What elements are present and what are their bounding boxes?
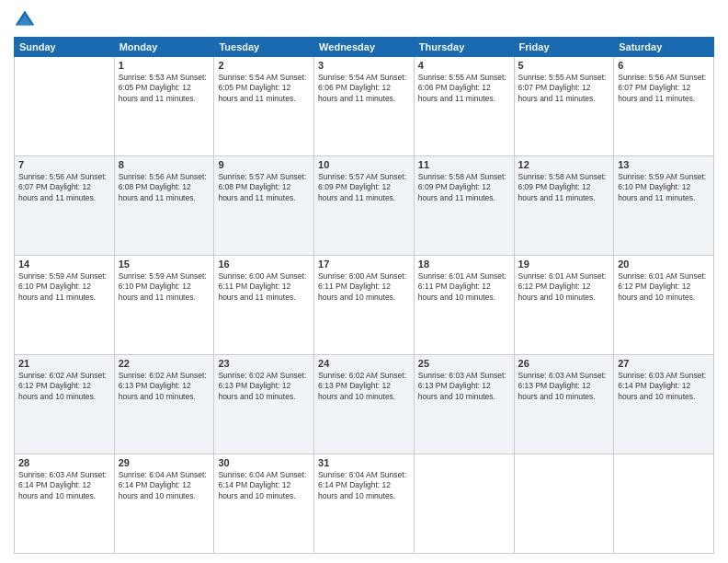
weekday-header-saturday: Saturday <box>614 38 714 57</box>
calendar-cell: 23Sunrise: 6:02 AM Sunset: 6:13 PM Dayli… <box>214 355 314 454</box>
calendar-cell: 22Sunrise: 6:02 AM Sunset: 6:13 PM Dayli… <box>114 355 214 454</box>
day-number: 3 <box>318 60 410 71</box>
calendar-cell: 4Sunrise: 5:55 AM Sunset: 6:06 PM Daylig… <box>414 57 514 156</box>
calendar-cell <box>414 454 514 554</box>
calendar-week-1: 1Sunrise: 5:53 AM Sunset: 6:05 PM Daylig… <box>15 57 714 156</box>
day-info: Sunrise: 6:02 AM Sunset: 6:12 PM Dayligh… <box>18 371 110 402</box>
calendar-cell: 5Sunrise: 5:55 AM Sunset: 6:07 PM Daylig… <box>514 57 614 156</box>
calendar-cell: 13Sunrise: 5:59 AM Sunset: 6:10 PM Dayli… <box>614 156 714 256</box>
day-number: 22 <box>119 358 210 369</box>
weekday-header-wednesday: Wednesday <box>314 38 415 57</box>
calendar-cell: 29Sunrise: 6:04 AM Sunset: 6:14 PM Dayli… <box>114 454 214 554</box>
calendar-week-3: 14Sunrise: 5:59 AM Sunset: 6:10 PM Dayli… <box>15 256 714 355</box>
day-info: Sunrise: 5:53 AM Sunset: 6:05 PM Dayligh… <box>119 73 210 104</box>
day-info: Sunrise: 5:54 AM Sunset: 6:05 PM Dayligh… <box>218 73 310 104</box>
day-info: Sunrise: 6:03 AM Sunset: 6:13 PM Dayligh… <box>418 371 510 402</box>
day-info: Sunrise: 6:01 AM Sunset: 6:12 PM Dayligh… <box>618 271 710 303</box>
day-number: 6 <box>618 60 710 71</box>
day-number: 18 <box>418 259 510 270</box>
calendar-cell: 17Sunrise: 6:00 AM Sunset: 6:11 PM Dayli… <box>314 256 415 355</box>
day-info: Sunrise: 6:04 AM Sunset: 6:14 PM Dayligh… <box>318 470 410 501</box>
header <box>14 9 714 31</box>
day-info: Sunrise: 5:54 AM Sunset: 6:06 PM Dayligh… <box>318 73 410 104</box>
day-number: 5 <box>518 60 610 71</box>
calendar-week-5: 28Sunrise: 6:03 AM Sunset: 6:14 PM Dayli… <box>15 454 714 554</box>
day-number: 30 <box>218 457 310 468</box>
day-info: Sunrise: 6:02 AM Sunset: 6:13 PM Dayligh… <box>318 371 410 402</box>
day-info: Sunrise: 5:59 AM Sunset: 6:10 PM Dayligh… <box>18 271 110 303</box>
logo-icon <box>14 9 36 31</box>
day-info: Sunrise: 6:04 AM Sunset: 6:14 PM Dayligh… <box>119 470 210 501</box>
calendar-cell <box>614 454 714 554</box>
day-number: 17 <box>318 259 410 270</box>
calendar-cell: 24Sunrise: 6:02 AM Sunset: 6:13 PM Dayli… <box>314 355 415 454</box>
day-number: 4 <box>418 60 510 71</box>
calendar-cell: 2Sunrise: 5:54 AM Sunset: 6:05 PM Daylig… <box>214 57 314 156</box>
day-number: 28 <box>18 457 110 468</box>
calendar-cell: 6Sunrise: 5:56 AM Sunset: 6:07 PM Daylig… <box>614 57 714 156</box>
day-info: Sunrise: 5:55 AM Sunset: 6:07 PM Dayligh… <box>518 73 610 104</box>
calendar-cell: 14Sunrise: 5:59 AM Sunset: 6:10 PM Dayli… <box>15 256 115 355</box>
weekday-header-friday: Friday <box>514 38 614 57</box>
day-number: 31 <box>318 457 410 468</box>
day-info: Sunrise: 6:03 AM Sunset: 6:14 PM Dayligh… <box>18 470 110 501</box>
day-info: Sunrise: 6:00 AM Sunset: 6:11 PM Dayligh… <box>318 271 410 303</box>
day-number: 9 <box>218 159 310 170</box>
day-info: Sunrise: 5:57 AM Sunset: 6:08 PM Dayligh… <box>218 172 310 203</box>
calendar-cell: 28Sunrise: 6:03 AM Sunset: 6:14 PM Dayli… <box>15 454 115 554</box>
day-info: Sunrise: 6:00 AM Sunset: 6:11 PM Dayligh… <box>218 271 310 303</box>
day-number: 25 <box>418 358 510 369</box>
day-number: 23 <box>218 358 310 369</box>
day-info: Sunrise: 5:57 AM Sunset: 6:09 PM Dayligh… <box>318 172 410 203</box>
day-number: 1 <box>119 60 210 71</box>
calendar-week-4: 21Sunrise: 6:02 AM Sunset: 6:12 PM Dayli… <box>15 355 714 454</box>
calendar-cell: 1Sunrise: 5:53 AM Sunset: 6:05 PM Daylig… <box>114 57 214 156</box>
weekday-header-sunday: Sunday <box>15 38 115 57</box>
day-info: Sunrise: 6:02 AM Sunset: 6:13 PM Dayligh… <box>218 371 310 402</box>
calendar-cell <box>514 454 614 554</box>
day-info: Sunrise: 6:02 AM Sunset: 6:13 PM Dayligh… <box>119 371 210 402</box>
calendar-cell: 3Sunrise: 5:54 AM Sunset: 6:06 PM Daylig… <box>314 57 415 156</box>
day-number: 12 <box>518 159 610 170</box>
day-info: Sunrise: 5:56 AM Sunset: 6:07 PM Dayligh… <box>618 73 710 104</box>
calendar-cell: 7Sunrise: 5:56 AM Sunset: 6:07 PM Daylig… <box>15 156 115 256</box>
day-info: Sunrise: 6:03 AM Sunset: 6:13 PM Dayligh… <box>518 371 610 402</box>
calendar-cell: 16Sunrise: 6:00 AM Sunset: 6:11 PM Dayli… <box>214 256 314 355</box>
day-number: 16 <box>218 259 310 270</box>
weekday-header-thursday: Thursday <box>414 38 514 57</box>
day-number: 20 <box>618 259 710 270</box>
logo <box>14 9 40 31</box>
calendar-cell: 21Sunrise: 6:02 AM Sunset: 6:12 PM Dayli… <box>15 355 115 454</box>
weekday-header-tuesday: Tuesday <box>214 38 314 57</box>
calendar-cell: 11Sunrise: 5:58 AM Sunset: 6:09 PM Dayli… <box>414 156 514 256</box>
day-info: Sunrise: 5:58 AM Sunset: 6:09 PM Dayligh… <box>418 172 510 203</box>
calendar-week-2: 7Sunrise: 5:56 AM Sunset: 6:07 PM Daylig… <box>15 156 714 256</box>
calendar-cell: 25Sunrise: 6:03 AM Sunset: 6:13 PM Dayli… <box>414 355 514 454</box>
calendar-table: SundayMondayTuesdayWednesdayThursdayFrid… <box>14 37 714 554</box>
day-info: Sunrise: 5:56 AM Sunset: 6:07 PM Dayligh… <box>18 172 110 203</box>
day-info: Sunrise: 6:01 AM Sunset: 6:12 PM Dayligh… <box>518 271 610 303</box>
day-number: 8 <box>119 159 210 170</box>
day-number: 13 <box>618 159 710 170</box>
calendar-cell: 27Sunrise: 6:03 AM Sunset: 6:14 PM Dayli… <box>614 355 714 454</box>
day-number: 2 <box>218 60 310 71</box>
day-number: 11 <box>418 159 510 170</box>
day-number: 29 <box>119 457 210 468</box>
calendar-cell: 26Sunrise: 6:03 AM Sunset: 6:13 PM Dayli… <box>514 355 614 454</box>
day-number: 21 <box>18 358 110 369</box>
calendar-cell: 12Sunrise: 5:58 AM Sunset: 6:09 PM Dayli… <box>514 156 614 256</box>
day-number: 15 <box>119 259 210 270</box>
page: SundayMondayTuesdayWednesdayThursdayFrid… <box>0 0 728 563</box>
day-info: Sunrise: 6:03 AM Sunset: 6:14 PM Dayligh… <box>618 371 710 402</box>
calendar-cell: 10Sunrise: 5:57 AM Sunset: 6:09 PM Dayli… <box>314 156 415 256</box>
calendar-cell: 19Sunrise: 6:01 AM Sunset: 6:12 PM Dayli… <box>514 256 614 355</box>
day-info: Sunrise: 5:59 AM Sunset: 6:10 PM Dayligh… <box>618 172 710 203</box>
day-info: Sunrise: 5:56 AM Sunset: 6:08 PM Dayligh… <box>119 172 210 203</box>
calendar-cell: 30Sunrise: 6:04 AM Sunset: 6:14 PM Dayli… <box>214 454 314 554</box>
day-number: 10 <box>318 159 410 170</box>
day-number: 7 <box>18 159 110 170</box>
day-info: Sunrise: 5:55 AM Sunset: 6:06 PM Dayligh… <box>418 73 510 104</box>
day-number: 27 <box>618 358 710 369</box>
day-number: 26 <box>518 358 610 369</box>
day-number: 14 <box>18 259 110 270</box>
